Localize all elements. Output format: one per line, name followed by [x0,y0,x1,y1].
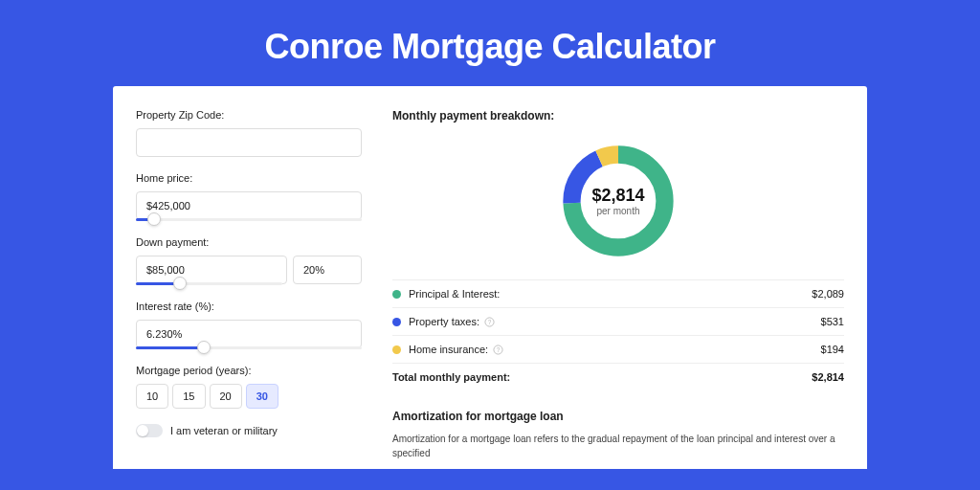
home-price-label: Home price: [136,172,362,184]
zip-field: Property Zip Code: [136,109,362,157]
breakdown-row-principal: Principal & Interest: $2,089 [392,279,844,307]
mortgage-period-field: Mortgage period (years): 10 15 20 30 [136,365,362,409]
veteran-toggle[interactable] [136,424,163,437]
interest-rate-input[interactable] [136,320,362,348]
mortgage-period-label: Mortgage period (years): [136,365,362,376]
amortization-section: Amortization for mortgage loan Amortizat… [392,410,844,460]
amortization-title: Amortization for mortgage loan [392,410,844,423]
donut-center: $2,814 per month [557,140,679,262]
breakdown-label-insurance: Home insurance: [409,344,488,355]
breakdown-value-principal: $2,089 [812,288,844,300]
period-btn-10[interactable]: 10 [136,384,168,409]
donut-chart: $2,814 per month [557,140,679,262]
mortgage-period-options: 10 15 20 30 [136,384,362,409]
breakdown-panel: Monthly payment breakdown: $2,814 per mo… [385,109,844,469]
calculator-card: Property Zip Code: Home price: Down paym… [113,86,867,469]
down-payment-amount-input[interactable] [136,256,287,284]
home-price-field: Home price: [136,172,362,221]
veteran-label: I am veteran or military [170,425,278,436]
period-btn-30[interactable]: 30 [246,384,278,409]
down-payment-label: Down payment: [136,236,362,248]
interest-rate-label: Interest rate (%): [136,301,362,312]
breakdown-label-principal: Principal & Interest: [409,288,500,300]
svg-text:?: ? [497,345,501,352]
info-icon[interactable]: ? [484,317,495,327]
breakdown-label-taxes: Property taxes: [409,316,479,327]
breakdown-total-label: Total monthly payment: [392,371,510,383]
donut-chart-wrap: $2,814 per month [392,132,844,279]
slider-thumb[interactable] [147,212,161,226]
amortization-body: Amortization for a mortgage loan refers … [392,433,844,460]
veteran-row: I am veteran or military [136,424,362,437]
form-panel: Property Zip Code: Home price: Down paym… [136,109,385,469]
svg-text:?: ? [488,318,492,324]
info-icon[interactable]: ? [493,345,503,355]
zip-label: Property Zip Code: [136,109,362,121]
breakdown-value-taxes: $531 [821,316,844,327]
home-price-slider[interactable] [136,218,362,221]
down-payment-slider[interactable] [136,282,282,285]
slider-thumb[interactable] [197,341,211,354]
donut-amount: $2,814 [591,186,644,206]
legend-dot-insurance [392,345,401,354]
home-price-input[interactable] [136,191,362,220]
interest-rate-slider[interactable] [136,346,362,349]
legend-dot-taxes [392,318,401,326]
breakdown-row-insurance: Home insurance: ? $194 [392,335,844,363]
donut-sub: per month [596,206,639,216]
interest-rate-field: Interest rate (%): [136,301,362,349]
page-title: Conroe Mortgage Calculator [0,0,980,86]
breakdown-row-taxes: Property taxes: ? $531 [392,307,844,335]
breakdown-value-insurance: $194 [821,344,844,355]
period-btn-15[interactable]: 15 [172,384,205,409]
slider-thumb[interactable] [173,277,187,290]
breakdown-title: Monthly payment breakdown: [392,109,844,122]
breakdown-row-total: Total monthly payment: $2,814 [392,363,844,390]
down-payment-field: Down payment: [136,236,362,285]
zip-input[interactable] [136,128,362,157]
period-btn-20[interactable]: 20 [210,384,242,409]
breakdown-total-value: $2,814 [812,371,844,383]
legend-dot-principal [392,290,401,299]
down-payment-percent-input[interactable] [293,256,362,284]
